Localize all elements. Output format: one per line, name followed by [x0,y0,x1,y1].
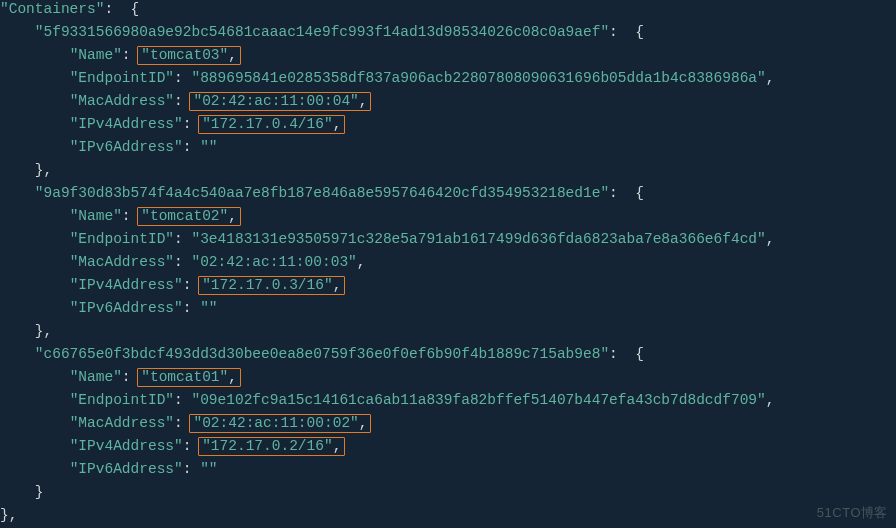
label-endpoint: "EndpointID" [70,392,174,408]
label-ipv4: "IPv4Address" [70,438,183,454]
label-name: "Name" [70,47,122,63]
json-code-block: "Containers": { "5f9331566980a9e92bc5468… [0,0,896,527]
highlight-ipv4-2: "172.17.0.2/16", [198,437,345,456]
label-endpoint: "EndpointID" [70,70,174,86]
label-ipv4: "IPv4Address" [70,277,183,293]
highlight-name-1: "tomcat02", [137,207,241,226]
label-mac: "MacAddress" [70,415,174,431]
label-mac: "MacAddress" [70,93,174,109]
key-containers: "Containers" [0,1,104,17]
label-name: "Name" [70,369,122,385]
highlight-ipv4-1: "172.17.0.3/16", [198,276,345,295]
highlight-name-0: "tomcat03", [137,46,241,65]
label-endpoint: "EndpointID" [70,231,174,247]
label-ipv4: "IPv4Address" [70,116,183,132]
label-mac: "MacAddress" [70,254,174,270]
container-id-0: "5f9331566980a9e92bc54681caaac14e9fc993f… [35,24,609,40]
container-id-2: "c66765e0f3bdcf493dd3d30bee0ea8e0759f36e… [35,346,609,362]
highlight-mac-2: "02:42:ac:11:00:02", [189,414,371,433]
highlight-mac-0: "02:42:ac:11:00:04", [189,92,371,111]
container-id-1: "9a9f30d83b574f4a4c540aa7e8fb187e846a8e5… [35,185,609,201]
highlight-ipv4-0: "172.17.0.4/16", [198,115,345,134]
highlight-name-2: "tomcat01", [137,368,241,387]
label-ipv6: "IPv6Address" [70,461,183,477]
label-name: "Name" [70,208,122,224]
label-ipv6: "IPv6Address" [70,139,183,155]
label-ipv6: "IPv6Address" [70,300,183,316]
